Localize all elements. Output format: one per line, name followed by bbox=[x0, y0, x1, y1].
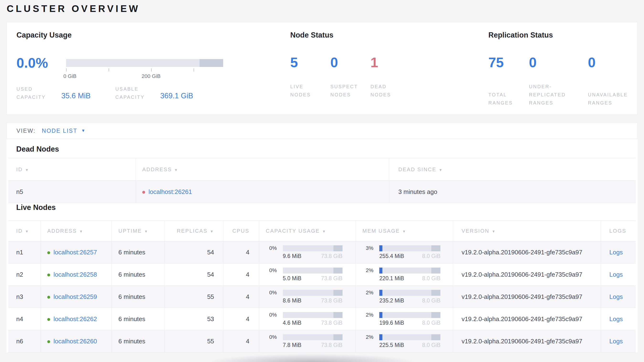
live-node-row: n4 localhost:26262 6 minutes 53 4 0% 4.6… bbox=[8, 308, 636, 330]
node-address-cell: localhost:26262 bbox=[41, 308, 112, 330]
sort-desc-icon: ▼ bbox=[25, 168, 29, 172]
live-col-uptime[interactable]: UPTIME▼ bbox=[112, 221, 164, 241]
node-address-link[interactable]: localhost:26260 bbox=[54, 338, 97, 345]
capacity-percent-value: 0% bbox=[262, 290, 277, 296]
node-cpus: 4 bbox=[223, 241, 259, 264]
usable-capacity-label: USABLE CAPACITY bbox=[115, 85, 151, 101]
node-id: n6 bbox=[8, 330, 41, 352]
summary-card: Capacity Usage 0.0% 0 GiB 200 GiB USED C… bbox=[6, 22, 638, 115]
under-replicated-ranges-label: UNDER-REPLICATED RANGES bbox=[529, 83, 574, 107]
node-replicas: 55 bbox=[164, 330, 223, 352]
mem-reserved-segment bbox=[431, 268, 440, 274]
view-selected-value[interactable]: NODE LIST bbox=[42, 127, 77, 134]
live-nodes-header-row: ID▼ ADDRESS▼ UPTIME▼ REPLICAS▼ CPUS CAPA… bbox=[8, 221, 636, 241]
live-col-address[interactable]: ADDRESS▼ bbox=[41, 221, 112, 241]
mem-total-value: 8.0 GiB bbox=[422, 297, 441, 304]
dead-since-value: 3 minutes ago bbox=[389, 181, 636, 203]
axis-tick-label: 0 GiB bbox=[63, 73, 76, 79]
suspect-nodes-label: SUSPECT NODES bbox=[330, 83, 363, 99]
dead-col-id[interactable]: ID▼ bbox=[8, 158, 136, 181]
node-address-link[interactable]: localhost:26261 bbox=[148, 188, 192, 195]
suspect-nodes-count: 0 bbox=[330, 55, 370, 70]
node-id: n2 bbox=[8, 264, 41, 286]
page-title: CLUSTER OVERVIEW bbox=[7, 3, 140, 14]
node-version: v19.2.0-alpha.20190606-2491-gfe735c9a97 bbox=[453, 264, 601, 286]
dead-col-dead-since[interactable]: DEAD SINCE▼ bbox=[389, 158, 636, 181]
node-logs-link[interactable]: Logs bbox=[610, 249, 623, 256]
node-logs-cell: Logs bbox=[601, 264, 636, 286]
node-version: v19.2.0-alpha.20190606-2491-gfe735c9a97 bbox=[453, 330, 601, 352]
mem-total-value: 8.0 GiB bbox=[422, 253, 441, 259]
node-address-link[interactable]: localhost:26259 bbox=[54, 293, 97, 300]
node-logs-cell: Logs bbox=[601, 308, 636, 330]
live-col-replicas[interactable]: REPLICAS▼ bbox=[164, 221, 223, 241]
replication-status-heading: Replication Status bbox=[488, 31, 553, 40]
capacity-gauge-bar bbox=[66, 59, 223, 67]
node-status-heading: Node Status bbox=[290, 31, 334, 40]
mem-total-value: 8.0 GiB bbox=[422, 342, 441, 348]
node-logs-link[interactable]: Logs bbox=[610, 338, 623, 345]
node-mem-usage-cell: 2% 235.2 MiB 8.0 GiB bbox=[356, 286, 453, 308]
node-mem-usage-cell: 3% 255.4 MiB 8.0 GiB bbox=[356, 241, 453, 264]
node-logs-link[interactable]: Logs bbox=[610, 271, 623, 278]
node-address-cell: localhost:26257 bbox=[41, 241, 112, 264]
mem-used-segment bbox=[379, 312, 382, 318]
node-uptime: 6 minutes bbox=[112, 308, 164, 330]
capacity-total-value: 73.8 GiB bbox=[321, 342, 342, 348]
usable-capacity-value: 369.1 GiB bbox=[160, 92, 193, 100]
node-logs-link[interactable]: Logs bbox=[610, 293, 623, 300]
mem-total-value: 8.0 GiB bbox=[422, 320, 441, 326]
mem-used-value: 235.2 MiB bbox=[379, 297, 404, 304]
capacity-usage-bar bbox=[283, 312, 342, 318]
sort-desc-icon: ▼ bbox=[492, 229, 496, 233]
mem-reserved-segment bbox=[431, 334, 440, 340]
live-col-version[interactable]: VERSION▼ bbox=[453, 221, 601, 241]
node-logs-link[interactable]: Logs bbox=[610, 315, 623, 322]
sort-desc-icon: ▼ bbox=[402, 229, 406, 233]
cluster-overview-page: CLUSTER OVERVIEW Capacity Usage 0.0% 0 G… bbox=[0, 0, 644, 362]
node-version: v19.2.0-alpha.20190606-2491-gfe735c9a97 bbox=[453, 241, 601, 264]
sort-desc-icon: ▼ bbox=[322, 229, 326, 233]
sort-desc-icon: ▼ bbox=[144, 229, 148, 233]
node-capacity-usage-cell: 0% 5.0 MiB 73.8 GiB bbox=[259, 264, 356, 286]
node-address-link[interactable]: localhost:26257 bbox=[54, 249, 97, 256]
mem-reserved-segment bbox=[431, 290, 440, 296]
mem-percent-value: 2% bbox=[359, 334, 373, 340]
node-address-cell: localhost:26261 bbox=[136, 181, 389, 203]
node-address-cell: localhost:26258 bbox=[41, 264, 112, 286]
capacity-percent: 0.0% bbox=[16, 55, 48, 71]
node-address-cell: localhost:26260 bbox=[41, 330, 112, 352]
capacity-used-value: 7.8 MiB bbox=[283, 342, 302, 348]
dead-nodes-count: 1 bbox=[370, 55, 409, 70]
node-address-link[interactable]: localhost:26262 bbox=[54, 315, 97, 322]
mem-used-value: 220.1 MiB bbox=[379, 275, 404, 282]
capacity-gauge-available-segment bbox=[66, 59, 200, 67]
dead-col-address[interactable]: ADDRESS▼ bbox=[136, 158, 389, 181]
mem-percent-value: 2% bbox=[359, 267, 373, 274]
live-col-id[interactable]: ID▼ bbox=[8, 221, 41, 241]
axis-tick bbox=[151, 68, 152, 72]
mem-usage-bar bbox=[379, 245, 440, 251]
sort-desc-icon: ▼ bbox=[79, 229, 83, 233]
chevron-down-icon[interactable]: ▼ bbox=[81, 128, 85, 133]
capacity-reserved-segment bbox=[334, 334, 342, 340]
capacity-usage-bar bbox=[283, 268, 342, 274]
under-replicated-ranges-count: 0 bbox=[529, 55, 588, 70]
view-selector-dropdown[interactable]: NODE LIST ▼ bbox=[42, 127, 85, 134]
live-status-dot-icon bbox=[47, 296, 50, 299]
capacity-reserved-segment bbox=[334, 268, 342, 274]
mem-usage-bar bbox=[379, 312, 440, 318]
node-cpus: 4 bbox=[223, 264, 259, 286]
node-address-link[interactable]: localhost:26258 bbox=[54, 271, 97, 278]
view-bar: VIEW: NODE LIST ▼ bbox=[6, 123, 638, 139]
node-capacity-usage-cell: 0% 4.6 MiB 73.8 GiB bbox=[259, 308, 356, 330]
mem-used-value: 199.6 MiB bbox=[379, 320, 404, 326]
dead-status-dot-icon bbox=[142, 191, 145, 194]
node-uptime: 6 minutes bbox=[112, 330, 164, 352]
mem-usage-bar bbox=[379, 334, 440, 340]
node-capacity-usage-cell: 0% 9.6 MiB 73.8 GiB bbox=[259, 241, 356, 264]
mem-used-segment bbox=[379, 334, 382, 340]
node-mem-usage-cell: 2% 199.6 MiB 8.0 GiB bbox=[356, 308, 453, 330]
live-col-mem-usage[interactable]: MEM USAGE▼ bbox=[356, 221, 453, 241]
live-col-capacity-usage[interactable]: CAPACITY USAGE▼ bbox=[259, 221, 356, 241]
